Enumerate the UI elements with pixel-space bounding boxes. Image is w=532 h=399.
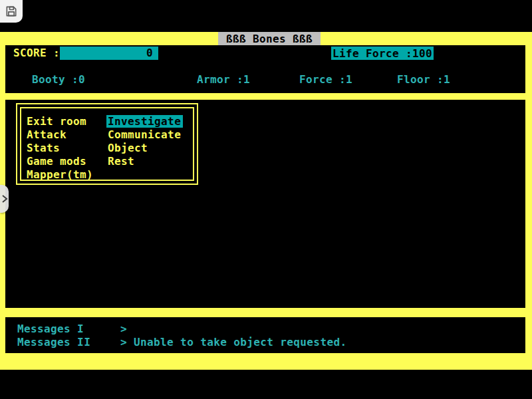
game-title: ßßß Bones ßßß: [218, 32, 321, 45]
selected-menu-item[interactable]: Investigate: [106, 115, 183, 128]
message-text: > Unable to take object requested.: [120, 336, 346, 348]
status-panel: SCORE : 0 Life Force :100 Booty :0 Armor…: [5, 45, 525, 93]
menu-item-mapper[interactable]: Mapper(tm): [27, 168, 93, 182]
message-row: Messages I>: [17, 323, 127, 336]
floppy-disk-icon: [5, 5, 18, 18]
message-label: Messages I: [17, 323, 120, 336]
command-menu-right-column: Investigate Communicate Object Rest: [108, 115, 183, 168]
game-screen: ßßß Bones ßßß SCORE : 0 Life Force :100 …: [0, 0, 532, 399]
menu-item-communicate[interactable]: Communicate: [108, 128, 183, 142]
stat-force: Force :1: [299, 73, 352, 86]
message-row: Messages II> Unable to take object reque…: [17, 336, 346, 349]
stat-floor: Floor :1: [397, 73, 450, 86]
menu-item-attack[interactable]: Attack: [27, 128, 93, 142]
score-label: SCORE :: [13, 47, 60, 60]
menu-item-stats[interactable]: Stats: [27, 142, 93, 155]
command-menu-left-column: Exit room Attack Stats Game mods Mapper(…: [27, 115, 93, 182]
stat-armor: Armor :1: [197, 73, 250, 86]
menu-item-game-mods[interactable]: Game mods: [27, 155, 93, 168]
sidebar-expand-handle[interactable]: [0, 185, 9, 213]
messages-panel: Messages I> Messages II> Unable to take …: [5, 317, 525, 353]
message-text: >: [120, 323, 127, 335]
main-panel: Exit room Attack Stats Game mods Mapper(…: [5, 100, 525, 308]
save-button[interactable]: [0, 0, 23, 23]
message-label: Messages II: [17, 336, 120, 349]
life-force-badge: Life Force :100: [331, 47, 434, 60]
menu-item-exit-room[interactable]: Exit room: [27, 115, 93, 128]
command-menu: Exit room Attack Stats Game mods Mapper(…: [16, 103, 198, 185]
stat-booty: Booty :0: [32, 73, 85, 86]
chevron-right-icon: [1, 195, 8, 203]
menu-item-object[interactable]: Object: [108, 142, 183, 155]
menu-item-investigate[interactable]: Investigate: [108, 115, 183, 128]
score-bar: 0: [60, 47, 158, 60]
menu-item-rest[interactable]: Rest: [108, 155, 183, 168]
